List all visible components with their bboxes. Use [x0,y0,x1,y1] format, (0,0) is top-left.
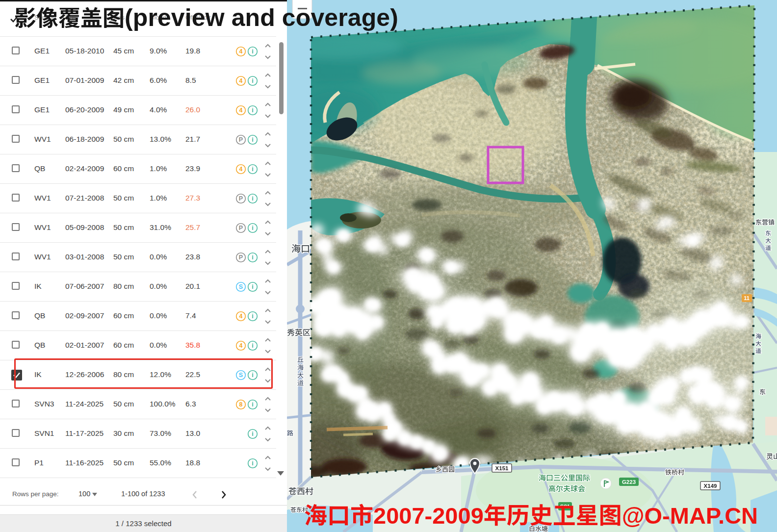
svg-text:i: i [252,460,253,467]
svg-text:i: i [252,195,253,202]
svg-text:i: i [252,401,253,408]
svg-text:X151: X151 [495,465,509,471]
svg-text:P: P [239,254,243,261]
svg-text:P: P [239,195,243,202]
svg-text:4: 4 [239,313,243,320]
svg-text:i: i [252,313,253,320]
svg-text:S: S [239,283,243,290]
svg-text:i: i [252,342,253,349]
svg-text:4: 4 [239,77,243,84]
svg-text:i: i [252,283,253,290]
svg-text:8: 8 [239,401,243,408]
svg-text:i: i [252,48,253,55]
svg-text:X149: X149 [704,483,717,489]
svg-text:i: i [252,431,253,437]
svg-text:G223: G223 [622,479,636,485]
svg-text:i: i [252,107,253,114]
svg-text:P: P [239,136,243,143]
svg-text:4: 4 [239,166,243,173]
svg-text:4: 4 [239,48,243,55]
svg-text:i: i [252,136,253,143]
svg-text:i: i [252,225,253,231]
svg-text:P: P [239,225,243,231]
svg-text:4: 4 [239,342,243,349]
svg-text:S81: S81 [560,504,570,509]
svg-text:i: i [252,254,253,261]
svg-text:i: i [252,77,253,84]
svg-text:4: 4 [239,107,243,114]
svg-text:i: i [252,166,253,173]
svg-text:11: 11 [744,295,750,301]
